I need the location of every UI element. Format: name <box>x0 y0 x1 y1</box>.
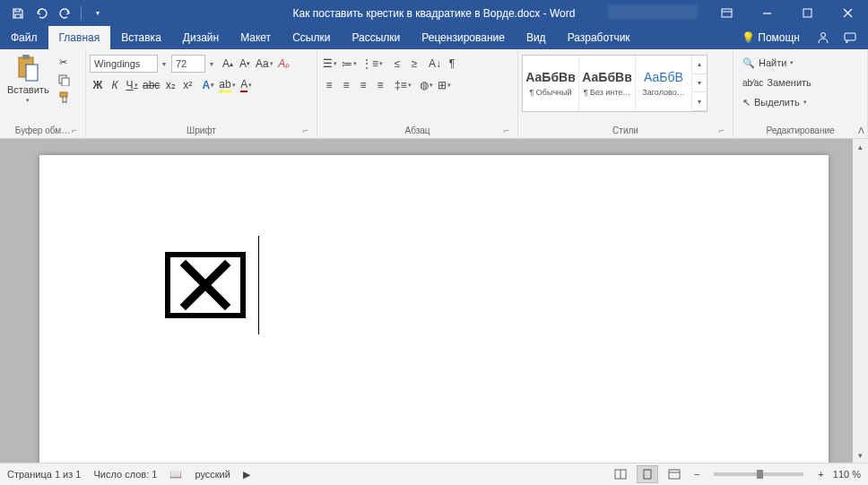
title-bar: ▾ Как поставить крестик в квадратике в В… <box>0 0 868 26</box>
increase-indent-icon[interactable]: ≥ <box>406 55 422 73</box>
read-mode-icon[interactable] <box>610 465 631 483</box>
tab-insert[interactable]: Вставка <box>110 26 172 49</box>
font-name-dropdown[interactable]: ▾ <box>159 60 169 68</box>
zoom-thumb[interactable] <box>757 470 763 479</box>
save-icon[interactable] <box>7 3 29 24</box>
align-center-icon[interactable]: ≡ <box>338 76 354 94</box>
tell-me[interactable]: 💡 Помощн <box>738 31 803 44</box>
page-indicator[interactable]: Страница 1 из 1 <box>7 469 81 480</box>
tab-developer[interactable]: Разработчик <box>557 26 641 49</box>
account-area <box>608 4 698 19</box>
tab-home[interactable]: Главная <box>48 26 111 49</box>
bold-button[interactable]: Ж <box>90 76 106 94</box>
paste-button[interactable]: Вставить ▾ <box>4 52 53 106</box>
styles-launcher-icon[interactable]: ⌐ <box>716 126 727 136</box>
style-no-spacing[interactable]: АаБбВв¶ Без инте… <box>579 56 636 111</box>
highlight-button[interactable]: ab▾ <box>217 76 237 94</box>
scroll-up-icon[interactable]: ▴ <box>853 139 868 154</box>
document-area: ▴ ▾ <box>0 139 868 463</box>
font-size-input[interactable]: 72 <box>171 55 205 73</box>
scroll-track[interactable] <box>853 154 868 447</box>
document-content <box>165 236 829 334</box>
search-icon: 🔍 <box>742 57 755 69</box>
lightbulb-icon: 💡 <box>742 31 755 44</box>
subscript-button[interactable]: x₂ <box>162 76 178 94</box>
line-spacing-button[interactable]: ‡≡▾ <box>393 76 413 94</box>
tab-review[interactable]: Рецензирование <box>411 26 516 49</box>
font-size-dropdown[interactable]: ▾ <box>206 60 216 68</box>
replace-icon: ab⁄ac <box>742 78 763 88</box>
tab-design[interactable]: Дизайн <box>172 26 230 49</box>
styles-down-icon[interactable]: ▾ <box>692 74 707 93</box>
superscript-button[interactable]: x² <box>179 76 195 94</box>
bullets-button[interactable]: ☰▾ <box>321 55 339 73</box>
scrollbar-vertical[interactable]: ▴ ▾ <box>853 139 868 463</box>
text-effects-button[interactable]: A▾ <box>200 76 216 94</box>
close-icon[interactable] <box>828 0 868 26</box>
underline-button[interactable]: Ч▾ <box>124 76 140 94</box>
paste-icon <box>15 54 40 82</box>
tab-file[interactable]: Файл <box>0 26 48 49</box>
maximize-icon[interactable] <box>787 0 828 26</box>
justify-icon[interactable]: ≡ <box>372 76 388 94</box>
font-launcher-icon[interactable]: ⌐ <box>300 126 311 136</box>
copy-icon[interactable] <box>55 72 73 88</box>
paragraph-launcher-icon[interactable]: ⌐ <box>501 126 512 136</box>
styles-expand-icon[interactable]: ▾ <box>692 92 707 111</box>
cut-icon[interactable]: ✂ <box>55 54 73 70</box>
strikethrough-button[interactable]: abc <box>141 76 161 94</box>
ribbon-display-icon[interactable] <box>707 0 747 26</box>
format-painter-icon[interactable] <box>55 90 73 106</box>
svg-rect-5 <box>845 33 855 40</box>
tab-view[interactable]: Вид <box>516 26 557 49</box>
svg-rect-11 <box>60 92 67 97</box>
font-color-button[interactable]: A▾ <box>239 76 255 94</box>
window-title: Как поставить крестик в квадратике в Вор… <box>293 7 576 20</box>
find-button[interactable]: 🔍Найти ▾ <box>742 54 812 72</box>
tab-mailings[interactable]: Рассылки <box>341 26 411 49</box>
share-icon[interactable] <box>816 30 830 45</box>
select-button[interactable]: ↖Выделить ▾ <box>742 93 812 111</box>
style-normal[interactable]: АаБбВв¶ Обычный <box>523 56 579 111</box>
replace-button[interactable]: ab⁄acЗаменить <box>742 74 812 91</box>
clear-format-icon[interactable]: Aᵨ <box>276 55 292 73</box>
comments-icon[interactable] <box>843 30 857 45</box>
sort-icon[interactable]: A↓ <box>427 55 443 73</box>
italic-button[interactable]: К <box>107 76 123 94</box>
shrink-font-icon[interactable]: A▾ <box>237 55 253 73</box>
grow-font-icon[interactable]: A▴ <box>220 55 236 73</box>
align-left-icon[interactable]: ≡ <box>321 76 337 94</box>
borders-button[interactable]: ⊞▾ <box>436 76 453 94</box>
style-heading1[interactable]: АаБбВЗаголово… <box>636 56 692 111</box>
redo-icon[interactable] <box>54 3 75 24</box>
clipboard-launcher-icon[interactable]: ⌐ <box>69 126 80 136</box>
collapse-ribbon-icon[interactable]: ᐱ <box>858 126 864 135</box>
show-marks-icon[interactable]: ¶ <box>444 55 460 73</box>
change-case-button[interactable]: Aa▾ <box>254 55 275 73</box>
zoom-level[interactable]: 110 % <box>833 469 861 480</box>
spellcheck-icon[interactable]: 📖 <box>169 469 182 481</box>
page[interactable] <box>39 155 829 463</box>
multilevel-button[interactable]: ⋮≡▾ <box>360 55 385 73</box>
undo-icon[interactable] <box>30 3 52 24</box>
styles-up-icon[interactable]: ▴ <box>692 56 707 74</box>
minimize-icon[interactable] <box>747 0 787 26</box>
word-count[interactable]: Число слов: 1 <box>93 469 157 480</box>
font-name-input[interactable]: Wingdings <box>90 55 158 73</box>
macro-icon[interactable]: ▶ <box>243 469 250 481</box>
zoom-slider[interactable] <box>714 472 803 476</box>
group-clipboard: Вставить ▾ ✂ Буфер обм…⌐ <box>0 49 86 138</box>
language-indicator[interactable]: русский <box>195 469 230 480</box>
align-right-icon[interactable]: ≡ <box>355 76 371 94</box>
web-layout-icon[interactable] <box>664 465 685 483</box>
zoom-out-button[interactable]: − <box>690 469 703 480</box>
tab-references[interactable]: Ссылки <box>282 26 341 49</box>
zoom-in-button[interactable]: + <box>814 469 827 480</box>
shading-button[interactable]: ◍▾ <box>418 76 435 94</box>
decrease-indent-icon[interactable]: ≤ <box>389 55 405 73</box>
tab-layout[interactable]: Макет <box>230 26 282 49</box>
numbering-button[interactable]: ≔▾ <box>340 55 359 73</box>
print-layout-icon[interactable] <box>637 465 658 483</box>
scroll-down-icon[interactable]: ▾ <box>853 447 868 463</box>
qat-customize-icon[interactable]: ▾ <box>87 3 108 24</box>
